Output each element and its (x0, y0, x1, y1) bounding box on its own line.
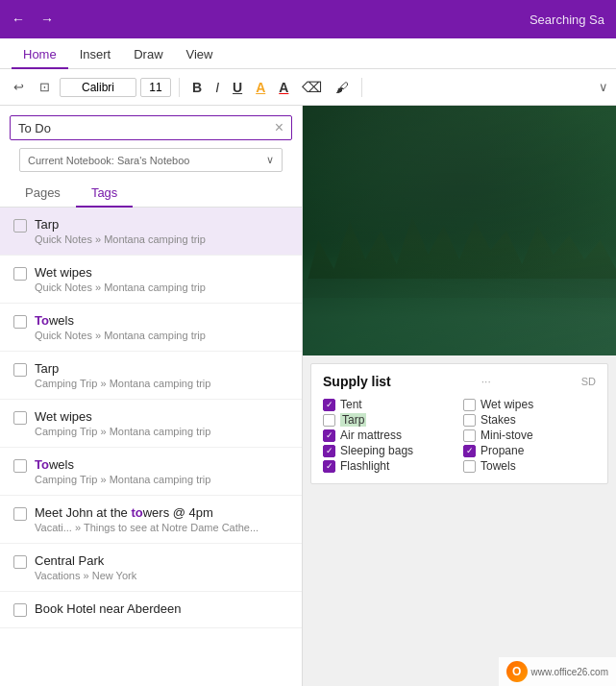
result-path: Vacations » New York (35, 570, 288, 581)
eraser-button[interactable]: ⌫ (297, 77, 327, 98)
supply-checkbox[interactable] (463, 414, 476, 427)
result-checkbox[interactable] (13, 411, 27, 425)
list-item[interactable]: Tarp Quick Notes » Montana camping trip (0, 208, 302, 256)
toolbar-separator-2 (361, 78, 362, 97)
supply-item-label: Tent (340, 398, 362, 411)
list-item[interactable]: Towels Camping Trip » Montana camping tr… (0, 448, 302, 496)
left-panel: × Current Notebook: Sara's Noteboo ∨ Pag… (0, 106, 303, 686)
supply-checkbox[interactable] (463, 429, 476, 442)
list-item[interactable]: Wet wipes Camping Trip » Montana camping… (0, 400, 302, 448)
list-item[interactable]: Towels Quick Notes » Montana camping tri… (0, 304, 302, 352)
supply-item: Flashlight (323, 458, 456, 474)
result-content: Central Park Vacations » New York (35, 553, 288, 581)
supply-checkbox[interactable] (463, 445, 476, 457)
result-checkbox[interactable] (13, 267, 27, 281)
notebook-dropdown-icon: ∨ (266, 154, 274, 166)
supply-item-label: Mini-stove (480, 429, 533, 442)
supply-checkbox[interactable] (323, 429, 335, 442)
right-panel: Supply list ··· SD Tent Tarp (303, 106, 616, 686)
result-checkbox[interactable] (13, 555, 27, 569)
clipboard-button[interactable]: ⊡ (34, 77, 56, 97)
supply-item: Stakes (463, 412, 596, 428)
result-checkbox[interactable] (13, 507, 27, 521)
search-input-wrap: × (10, 115, 292, 140)
search-highlight: To (35, 457, 49, 472)
tab-draw[interactable]: Draw (122, 41, 174, 69)
supply-checkbox[interactable] (323, 445, 335, 457)
list-item[interactable]: Meet John at the towers @ 4pm Vacati... … (0, 496, 302, 544)
underline-button[interactable]: U (228, 78, 247, 97)
result-checkbox[interactable] (13, 363, 27, 377)
result-path: Quick Notes » Montana camping trip (35, 282, 288, 293)
tab-tags[interactable]: Tags (76, 180, 133, 208)
supply-column-right: Wet wipes Stakes Mini-stove Propane (463, 397, 596, 474)
result-title: Tarp (35, 217, 288, 232)
toolbar: ↩ ⊡ Calibri 11 B I U A A ⌫ 🖌 ∨ (0, 69, 616, 106)
result-content: Tarp Quick Notes » Montana camping trip (35, 217, 288, 245)
watermark-text: www.office26.com (531, 667, 608, 677)
list-item[interactable]: Tarp Camping Trip » Montana camping trip (0, 352, 302, 400)
result-content: Towels Camping Trip » Montana camping tr… (35, 457, 288, 485)
bold-button[interactable]: B (187, 78, 207, 97)
font-name-selector[interactable]: Calibri (60, 78, 136, 97)
supply-list-title: Supply list (323, 374, 391, 389)
supply-checkbox[interactable] (323, 399, 335, 411)
list-item[interactable]: Wet wipes Quick Notes » Montana camping … (0, 256, 302, 304)
toolbar-separator-1 (179, 78, 180, 97)
result-title: Tarp (35, 361, 288, 376)
notebook-selector[interactable]: Current Notebook: Sara's Noteboo ∨ (19, 148, 283, 172)
toolbar-more-button[interactable]: ∨ (599, 80, 608, 94)
supply-checkbox[interactable] (323, 414, 335, 427)
font-size-selector[interactable]: 11 (140, 78, 171, 97)
main-layout: × Current Notebook: Sara's Noteboo ∨ Pag… (0, 106, 616, 686)
list-item[interactable]: Central Park Vacations » New York (0, 544, 302, 592)
tab-pages[interactable]: Pages (10, 180, 76, 208)
result-path: Camping Trip » Montana camping trip (35, 426, 288, 437)
tab-view[interactable]: View (175, 41, 225, 69)
italic-button[interactable]: I (210, 78, 224, 97)
result-content: Towels Quick Notes » Montana camping tri… (35, 313, 288, 341)
result-content: Meet John at the towers @ 4pm Vacati... … (35, 505, 288, 533)
search-clear-button[interactable]: × (275, 120, 283, 135)
search-input[interactable] (18, 121, 275, 135)
result-content: Tarp Camping Trip » Montana camping trip (35, 361, 288, 389)
result-title: Meet John at the towers @ 4pm (35, 505, 288, 520)
undo-button[interactable]: ↩ (8, 77, 30, 97)
tab-home[interactable]: Home (12, 41, 68, 69)
result-checkbox[interactable] (13, 315, 27, 329)
supply-checkbox[interactable] (463, 399, 476, 411)
panel-tabs: Pages Tags (0, 172, 302, 208)
font-color-button[interactable]: A (274, 78, 293, 97)
ribbon-tabs: Home Insert Draw View (0, 38, 616, 69)
supply-item: Towels (463, 458, 596, 474)
supply-list-dots: ··· (481, 375, 491, 388)
supply-column-left: Tent Tarp Air mattress Sleeping bags (323, 397, 456, 474)
tab-insert[interactable]: Insert (68, 41, 123, 69)
supply-item-label: Wet wipes (480, 398, 533, 411)
supply-item: Mini-stove (463, 428, 596, 443)
supply-checkbox[interactable] (463, 460, 476, 473)
supply-checkbox[interactable] (323, 460, 335, 473)
result-title: Wet wipes (35, 409, 288, 424)
supply-item: Sleeping bags (323, 443, 456, 458)
paint-button[interactable]: 🖌 (331, 78, 354, 97)
result-checkbox[interactable] (13, 603, 27, 617)
supply-list-code: SD (581, 376, 596, 387)
result-checkbox[interactable] (13, 219, 27, 233)
result-path: Camping Trip » Montana camping trip (35, 378, 288, 389)
water-reflection (303, 279, 616, 355)
supply-item-label: Tarp (340, 413, 366, 427)
supply-item: Propane (463, 443, 596, 458)
supply-item: Tent (323, 397, 456, 412)
list-item[interactable]: Book Hotel near Aberdeen (0, 592, 302, 628)
search-status: Searching Sa (530, 12, 604, 27)
search-highlight: to (131, 505, 142, 520)
highlight-button[interactable]: A (251, 78, 270, 97)
back-button[interactable]: ← (12, 12, 25, 27)
result-checkbox[interactable] (13, 459, 27, 473)
result-path: Quick Notes » Montana camping trip (35, 233, 288, 245)
supply-list-card: Supply list ··· SD Tent Tarp (310, 363, 608, 484)
nature-photo (303, 106, 616, 355)
forward-button[interactable]: → (40, 12, 54, 27)
supply-item-label: Sleeping bags (340, 444, 413, 457)
